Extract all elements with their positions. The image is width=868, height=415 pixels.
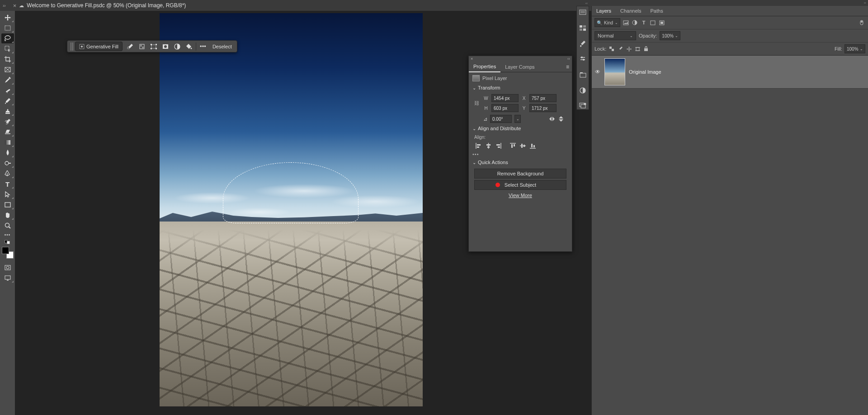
remove-background-button[interactable]: Remove Background (474, 169, 566, 179)
blend-mode-select[interactable]: Normal ⌄ (594, 31, 636, 40)
remove-background-icon[interactable] (136, 42, 148, 51)
lasso-tool[interactable] (1, 33, 14, 43)
adjustments-panel-icon[interactable] (578, 56, 587, 63)
color-swatches[interactable] (2, 247, 14, 259)
tab-channels[interactable]: Channels (616, 6, 646, 16)
align-section-header[interactable]: Align and Distribute (472, 126, 568, 131)
tab-layer-comps[interactable]: Layer Comps (500, 62, 539, 72)
select-subject-icon[interactable] (124, 42, 136, 51)
collapse-layers-icon[interactable]: ‹‹ (864, 1, 866, 5)
x-input[interactable] (529, 94, 557, 102)
move-tool[interactable] (1, 13, 14, 23)
align-top-icon[interactable] (509, 141, 517, 150)
filter-shape-icon[interactable] (649, 19, 656, 26)
tab-properties[interactable]: Properties (469, 61, 500, 72)
foreground-color-swatch[interactable] (2, 247, 9, 254)
document-image[interactable] (160, 13, 423, 406)
dodge-tool[interactable] (1, 158, 14, 168)
eraser-tool[interactable] (1, 127, 14, 137)
height-input[interactable] (491, 104, 519, 112)
eyedropper-tool[interactable] (1, 75, 14, 85)
pen-tool[interactable] (1, 169, 14, 179)
quick-actions-section-header[interactable]: Quick Actions (472, 160, 568, 165)
generative-fill-button[interactable]: Generative Fill (75, 42, 123, 51)
layer-thumbnail[interactable] (604, 58, 625, 85)
edit-toolbar-icon[interactable]: ••• (5, 232, 11, 237)
tab-paths[interactable]: Paths (646, 6, 668, 16)
screen-mode-icon[interactable] (1, 273, 14, 283)
contextual-task-bar[interactable]: Generative Fill ••• Deselect (67, 40, 237, 52)
zoom-tool[interactable] (1, 221, 14, 231)
libraries-panel-icon[interactable] (578, 71, 587, 78)
expand-panels-icon[interactable]: ›› (0, 3, 9, 8)
angle-dropdown-icon[interactable]: ⌄ (514, 115, 521, 123)
filter-toggle-icon[interactable] (858, 19, 865, 26)
close-panel-icon[interactable]: × (471, 57, 473, 61)
color-panel-icon[interactable] (578, 9, 587, 16)
panel-menu-icon[interactable]: ≡ (563, 64, 572, 70)
clone-stamp-tool[interactable] (1, 106, 14, 116)
create-mask-icon[interactable] (160, 42, 171, 51)
brush-tool[interactable] (1, 96, 14, 106)
close-tab-icon[interactable]: × (13, 2, 17, 9)
align-bottom-icon[interactable] (528, 141, 537, 150)
blur-tool[interactable] (1, 148, 14, 158)
layer-filter-kind[interactable]: 🔍 Kind ⌄ (594, 18, 620, 27)
transform-selection-icon[interactable] (148, 42, 160, 51)
collapse-panel-icon[interactable]: ‹‹ (567, 57, 570, 61)
view-more-link[interactable]: View More (472, 193, 568, 198)
shape-tool[interactable] (1, 200, 14, 210)
align-vcenter-icon[interactable] (519, 141, 527, 150)
lock-artboard-icon[interactable] (634, 46, 641, 52)
canvas-area[interactable]: Generative Fill ••• Deselect × ‹‹ Proper… (15, 11, 569, 415)
gradient-tool[interactable] (1, 137, 14, 147)
fill-input[interactable]: 100% ⌄ (844, 44, 865, 53)
lock-pixels-icon[interactable] (617, 46, 623, 52)
filter-smart-icon[interactable] (658, 19, 665, 26)
adjustment-layer-icon[interactable] (171, 42, 183, 51)
marquee-tool[interactable] (1, 23, 14, 33)
quick-mask-icon[interactable] (1, 263, 14, 273)
collapse-strip-icon[interactable]: ‹‹ (585, 1, 588, 5)
align-left-icon[interactable] (474, 141, 482, 150)
tab-layers[interactable]: Layers (592, 6, 616, 16)
drag-handle-icon[interactable] (71, 42, 73, 51)
path-selection-tool[interactable] (1, 189, 14, 199)
link-dimensions-icon[interactable]: ⛓ (474, 100, 481, 106)
history-brush-tool[interactable] (1, 117, 14, 127)
crop-tool[interactable] (1, 54, 14, 64)
lock-all-icon[interactable] (643, 46, 649, 52)
healing-brush-tool[interactable] (1, 85, 14, 95)
hand-tool[interactable] (1, 210, 14, 220)
align-right-icon[interactable] (494, 141, 502, 150)
lock-transparency-icon[interactable] (609, 46, 615, 52)
filter-pixel-icon[interactable] (622, 19, 629, 26)
width-input[interactable] (491, 94, 519, 102)
swatches-panel-icon[interactable] (578, 24, 587, 32)
lock-position-icon[interactable] (626, 46, 632, 52)
visibility-toggle-icon[interactable]: 👁 (594, 69, 601, 75)
y-input[interactable] (529, 104, 557, 112)
fill-selection-icon[interactable] (183, 42, 195, 51)
filter-type-icon[interactable]: T (640, 19, 647, 26)
layer-item[interactable]: 👁 Original Image (592, 56, 868, 89)
filter-adjustment-icon[interactable] (631, 19, 638, 26)
history-panel-icon[interactable] (578, 102, 587, 109)
default-colors-icon[interactable] (5, 240, 11, 245)
align-more-icon[interactable]: ••• (472, 151, 565, 157)
more-options-icon[interactable]: ••• (197, 42, 209, 51)
document-tab[interactable]: × ☁ Welcome to Generative Fill.psdc @ 50… (9, 0, 191, 11)
selection-tool[interactable] (1, 44, 14, 54)
select-subject-button[interactable]: Select Subject (474, 180, 566, 190)
flip-horizontal-icon[interactable] (548, 115, 556, 123)
opacity-input[interactable]: 100% ⌄ (660, 31, 680, 40)
transform-section-header[interactable]: Transform (472, 85, 568, 90)
brushes-panel-icon[interactable] (578, 40, 587, 47)
frame-tool[interactable] (1, 65, 14, 75)
type-tool[interactable]: T (1, 179, 14, 189)
flip-vertical-icon[interactable] (557, 115, 565, 123)
adjustments-icon[interactable] (578, 86, 587, 94)
angle-input[interactable] (490, 115, 512, 123)
deselect-button[interactable]: Deselect (209, 42, 236, 51)
align-hcenter-icon[interactable] (484, 141, 492, 150)
